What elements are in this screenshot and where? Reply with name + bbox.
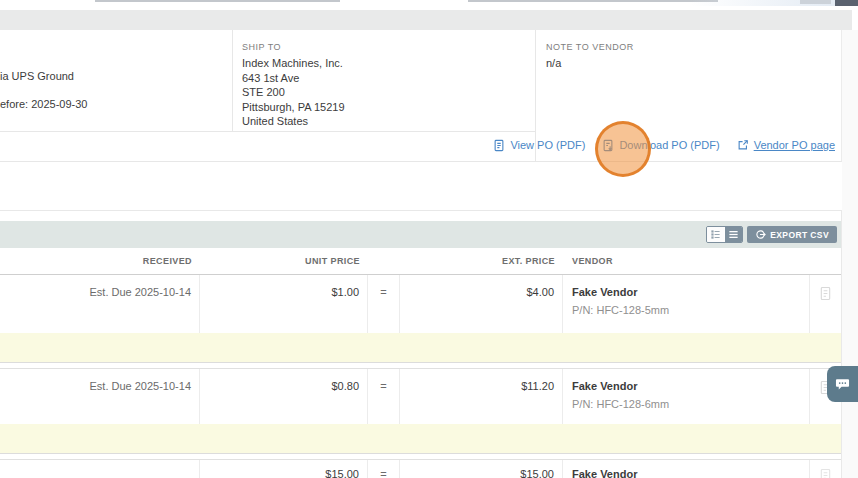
item-row-group: Est. Due 2025-10-14 $1.00 = $4.00 Fake V… [0, 275, 841, 363]
view-toggle-group [706, 226, 743, 243]
page-right-margin [842, 30, 858, 478]
view-po-pdf-link[interactable]: View PO (PDF) [493, 139, 585, 152]
browser-chrome-fragment [800, 0, 831, 4]
note-to-vendor-column: NOTE TO VENDOR n/a [546, 42, 634, 71]
export-icon [755, 229, 766, 240]
row-actions-cell [810, 275, 841, 333]
ext-price-cell: $15.00 [400, 460, 563, 478]
browser-chrome-fragment [468, 0, 718, 2]
external-link-icon [737, 139, 749, 151]
equals-cell: = [368, 275, 400, 333]
vendor-name: Fake Vendor [572, 468, 809, 478]
ship-to-address-line: Pittsburgh, PA 15219 [242, 100, 345, 115]
document-icon [493, 139, 505, 152]
po-links: View PO (PDF) Download PO (PDF) Vendor [493, 133, 835, 157]
vendor-cell: Fake Vendor P/N: HFC-128-6mm [563, 369, 810, 424]
table-toolbar: EXPORT CSV [0, 221, 841, 248]
ship-to-column: SHIP TO Index Machines, Inc. 643 1st Ave… [242, 42, 345, 129]
received-cell: Est. Due 2025-10-14 [0, 275, 200, 333]
document-icon[interactable] [819, 286, 832, 333]
table-row: Est. Due 2025-10-14 $1.00 = $4.00 Fake V… [0, 275, 841, 333]
table-row: $15.00 = $15.00 Fake Vendor [0, 460, 841, 478]
view-po-pdf-label: View PO (PDF) [510, 139, 585, 151]
ship-to-address-line: United States [242, 114, 345, 129]
item-row-group: Est. Due 2025-10-14 $0.80 = $11.20 Fake … [0, 368, 841, 454]
row-actions-cell [810, 460, 841, 478]
browser-chrome-fragment [835, 0, 858, 6]
detail-view-toggle[interactable] [707, 227, 724, 242]
browser-chrome-fragment [95, 0, 340, 2]
page-header-band [0, 10, 852, 30]
ext-price-cell: $4.00 [400, 275, 563, 333]
column-header-ext-price: EXT. PRICE [400, 256, 563, 266]
table-header-row: RECEIVED UNIT PRICE EXT. PRICE VENDOR [0, 248, 841, 275]
unit-price-cell: $1.00 [200, 275, 368, 333]
divider [0, 131, 536, 132]
equals-cell: = [368, 369, 400, 424]
column-header-vendor: VENDOR [563, 256, 810, 266]
column-header-received: RECEIVED [0, 256, 200, 266]
received-cell [0, 460, 200, 478]
unit-price-cell: $15.00 [200, 460, 368, 478]
ext-price-cell: $11.20 [400, 369, 563, 424]
part-number: P/N: HFC-128-6mm [572, 398, 809, 410]
chat-widget-button[interactable] [827, 366, 858, 402]
chat-bubble-icon [835, 377, 850, 391]
ship-to-address-line: STE 200 [242, 85, 345, 100]
export-csv-button[interactable]: EXPORT CSV [747, 226, 837, 243]
vendor-name: Fake Vendor [572, 286, 809, 298]
ship-to-address-line: 643 1st Ave [242, 71, 345, 86]
click-highlight-circle [595, 121, 651, 177]
po-info-card: ia UPS Ground efore: 2025-09-30 SHIP TO … [0, 30, 842, 162]
vendor-po-page-link[interactable]: Vendor PO page [737, 139, 835, 151]
ship-to-label: SHIP TO [242, 42, 345, 52]
vendor-po-page-label: Vendor PO page [754, 139, 835, 151]
item-row-group: $15.00 = $15.00 Fake Vendor [0, 459, 841, 478]
row-note-band [0, 333, 841, 362]
compact-view-toggle[interactable] [724, 227, 742, 242]
table-row: Est. Due 2025-10-14 $0.80 = $11.20 Fake … [0, 369, 841, 424]
browser-chrome-fragment [690, 0, 858, 6]
ship-to-address-line: Index Machines, Inc. [242, 56, 345, 71]
unit-price-cell: $0.80 [200, 369, 368, 424]
ship-by-date-text: efore: 2025-09-30 [0, 98, 87, 110]
note-to-vendor-value: n/a [546, 56, 634, 71]
document-icon[interactable] [819, 468, 832, 478]
note-to-vendor-label: NOTE TO VENDOR [546, 42, 634, 52]
equals-cell: = [368, 460, 400, 478]
vendor-name: Fake Vendor [572, 380, 809, 392]
vendor-cell: Fake Vendor P/N: HFC-128-5mm [563, 275, 810, 333]
items-table-section: EXPORT CSV RECEIVED UNIT PRICE EXT. PRIC… [0, 210, 842, 478]
shipping-method-text: ia UPS Ground [0, 70, 74, 82]
po-shipping-column: ia UPS Ground efore: 2025-09-30 [0, 30, 233, 131]
row-note-band [0, 424, 841, 453]
export-csv-label: EXPORT CSV [770, 230, 829, 240]
received-cell: Est. Due 2025-10-14 [0, 369, 200, 424]
part-number: P/N: HFC-128-5mm [572, 304, 809, 316]
column-header-unit-price: UNIT PRICE [200, 256, 368, 266]
vendor-cell: Fake Vendor [563, 460, 810, 478]
